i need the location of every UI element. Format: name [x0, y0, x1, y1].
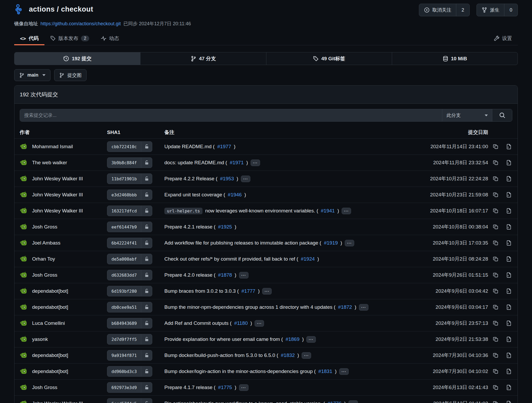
commit-issue-link[interactable]: #1919	[324, 240, 338, 246]
commit-sha-button[interactable]: 6ccd57f4c5	[107, 398, 152, 403]
copy-sha-icon[interactable]	[493, 288, 499, 294]
commit-more-button[interactable]: ···	[342, 208, 351, 214]
browse-source-icon[interactable]	[506, 160, 512, 166]
stat-commits[interactable]: 192 提交	[14, 52, 140, 65]
commit-more-button[interactable]: ···	[345, 240, 354, 246]
commit-issue-link[interactable]: #1924	[301, 256, 315, 262]
commit-more-button[interactable]: ···	[302, 352, 311, 359]
commit-issue-link[interactable]: #1941	[321, 208, 335, 214]
watchers-count[interactable]: 2	[456, 4, 469, 16]
browse-source-icon[interactable]	[506, 336, 512, 342]
commit-sha-button[interactable]: eef61447b9	[107, 222, 152, 232]
commit-issue-link[interactable]: #1831	[318, 369, 332, 374]
commit-more-button[interactable]: ···	[306, 336, 316, 343]
browse-source-icon[interactable]	[506, 288, 512, 294]
commit-sha-button[interactable]: de5a000abf	[107, 254, 152, 264]
copy-sha-icon[interactable]	[493, 224, 499, 230]
commit-issue-link[interactable]: #1180	[234, 320, 248, 326]
copy-sha-icon[interactable]	[493, 176, 499, 182]
copy-sha-icon[interactable]	[493, 256, 499, 262]
commit-sha-button[interactable]: 6d193bf280	[107, 286, 152, 296]
commit-sha-button[interactable]: 3b9b8c884f	[107, 157, 152, 168]
browse-source-icon[interactable]	[506, 224, 512, 230]
tab-settings[interactable]: 设置	[488, 32, 518, 45]
commit-author-name[interactable]: John Wesley Walker III	[32, 401, 83, 403]
commit-author-name[interactable]: John Wesley Walker III	[32, 208, 83, 214]
copy-sha-icon[interactable]	[493, 192, 499, 198]
commit-issue-link[interactable]: #1971	[230, 160, 244, 166]
commit-author-name[interactable]: John Wesley Walker III	[32, 176, 83, 182]
branch-selector[interactable]: main	[14, 69, 50, 81]
copy-sha-icon[interactable]	[493, 240, 499, 246]
forks-count[interactable]: 0	[504, 4, 518, 16]
commit-sha-button[interactable]: dd960bd3c3	[107, 366, 152, 377]
browse-source-icon[interactable]	[506, 176, 512, 182]
copy-sha-icon[interactable]	[493, 272, 499, 278]
commit-author-name[interactable]: Josh Gross	[32, 385, 57, 390]
tab-releases[interactable]: 版本发布 2	[44, 32, 95, 45]
commit-author-name[interactable]: dependabot[bot]	[32, 369, 68, 374]
repo-title[interactable]: actions / checkout	[29, 5, 93, 13]
stat-tags[interactable]: 49 Git标签	[266, 52, 392, 65]
search-button[interactable]	[492, 109, 512, 121]
commit-more-button[interactable]: ···	[262, 288, 272, 295]
commit-graph-button[interactable]: 提交图	[54, 69, 87, 81]
browse-source-icon[interactable]	[506, 192, 512, 198]
commit-author-name[interactable]: John Wesley Walker III	[32, 192, 83, 198]
browse-source-icon[interactable]	[506, 144, 512, 150]
copy-sha-icon[interactable]	[493, 369, 499, 374]
stat-branches[interactable]: 47 分支	[140, 52, 266, 65]
commit-sha-button[interactable]: e3d2460bbb	[107, 190, 152, 200]
branch-filter-select[interactable]: 此分支	[442, 109, 492, 121]
commit-more-button[interactable]: ···	[239, 384, 249, 391]
commit-issue-link[interactable]: #1946	[228, 192, 242, 198]
browse-source-icon[interactable]	[506, 240, 512, 246]
commit-sha-button[interactable]: 11bd71901b	[107, 173, 152, 184]
copy-sha-icon[interactable]	[493, 336, 499, 342]
copy-sha-icon[interactable]	[493, 160, 499, 166]
commit-issue-link[interactable]: #1953	[220, 176, 234, 182]
commit-author-name[interactable]: Mohammad Ismail	[32, 144, 73, 150]
commit-author-name[interactable]: Joel Ambass	[32, 240, 60, 246]
commit-issue-link[interactable]: #1878	[218, 272, 232, 278]
commit-issue-link[interactable]: #1777	[241, 288, 255, 294]
commit-sha-button[interactable]: 692973e3d9	[107, 382, 152, 393]
browse-source-icon[interactable]	[506, 272, 512, 278]
commit-sha-button[interactable]: 163217dfcd	[107, 206, 152, 216]
copy-sha-icon[interactable]	[493, 304, 499, 310]
commit-author-name[interactable]: dependabot[bot]	[32, 288, 68, 294]
copy-sha-icon[interactable]	[493, 352, 499, 358]
search-input[interactable]	[20, 109, 442, 121]
unwatch-button[interactable]: 取消关注 2	[419, 4, 470, 16]
commit-issue-link[interactable]: #1832	[281, 352, 295, 358]
commit-issue-link[interactable]: #1869	[286, 336, 300, 342]
commit-more-button[interactable]: ···	[239, 272, 249, 278]
commit-author-name[interactable]: Josh Gross	[32, 272, 57, 278]
commit-sha-button[interactable]: 6b42224f41	[107, 238, 152, 248]
stat-size[interactable]: 10 MiB	[392, 52, 518, 65]
fork-button[interactable]: 派生 0	[477, 4, 518, 16]
tab-code[interactable]: <> 代码	[14, 32, 44, 45]
commit-author-name[interactable]: Orhan Toy	[32, 256, 55, 262]
copy-sha-icon[interactable]	[493, 401, 499, 403]
browse-source-icon[interactable]	[506, 320, 512, 326]
commit-author-name[interactable]: The web walker	[32, 160, 67, 166]
commit-sha-button[interactable]: d632683dd7	[107, 270, 152, 280]
tab-activity[interactable]: 动态	[95, 32, 125, 45]
browse-source-icon[interactable]	[506, 369, 512, 374]
commit-sha-button[interactable]: cbb722410c	[107, 141, 152, 152]
commit-more-button[interactable]: ···	[348, 400, 358, 403]
commit-sha-button[interactable]: db0cee9a51	[107, 302, 152, 312]
commit-author-name[interactable]: dependabot[bot]	[32, 352, 68, 358]
commit-issue-link[interactable]: #1925	[218, 224, 232, 230]
copy-sha-icon[interactable]	[493, 144, 499, 150]
mirror-url-link[interactable]: https://github.com/actions/checkout.git	[40, 21, 121, 27]
commit-more-button[interactable]: ···	[339, 368, 349, 375]
copy-sha-icon[interactable]	[493, 320, 499, 326]
browse-source-icon[interactable]	[506, 352, 512, 358]
commit-more-button[interactable]: ···	[241, 176, 250, 182]
commit-sha-button[interactable]: b684943689	[107, 318, 152, 329]
commit-issue-link[interactable]: #1775	[218, 385, 232, 390]
copy-sha-icon[interactable]	[493, 385, 499, 390]
browse-source-icon[interactable]	[506, 385, 512, 390]
